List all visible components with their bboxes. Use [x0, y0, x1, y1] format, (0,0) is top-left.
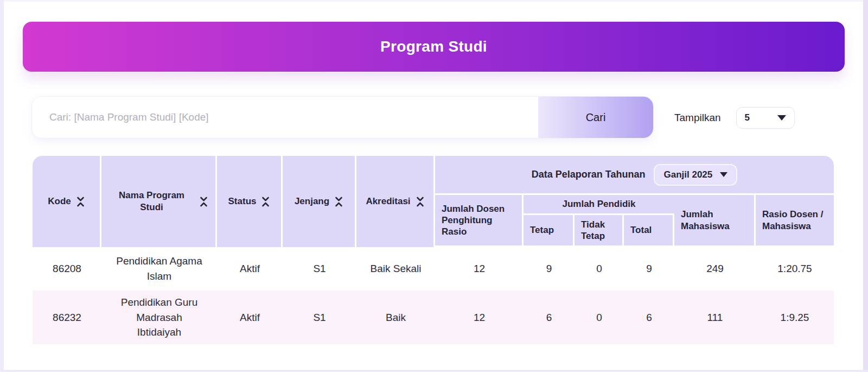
column-label: Jumlah Dosen Penghitung Rasio — [442, 203, 520, 238]
column-header-akreditasi[interactable]: Akreditasi — [356, 156, 435, 247]
cell-kode: 86232 — [33, 291, 101, 344]
page-size-value: 5 — [745, 112, 750, 123]
cell-tidak-tetap: 0 — [575, 247, 624, 291]
cell-jenjang: S1 — [283, 291, 356, 344]
column-header-kode[interactable]: Kode — [33, 156, 101, 247]
cell-jumlah-dosen: 12 — [435, 247, 524, 291]
sort-icon — [76, 196, 85, 207]
cell-kode: 86208 — [33, 247, 101, 291]
cell-total: 6 — [624, 291, 674, 344]
page-frame-bottom — [0, 370, 868, 372]
jumlah-pendidik-group-label: Jumlah Pendidik — [524, 195, 674, 215]
column-label: Jenjang — [295, 196, 329, 207]
sub-header-row: Jumlah Dosen Penghitung Rasio Jumlah Pen… — [435, 195, 834, 245]
column-header-jumlah-dosen-penghitung-rasio: Jumlah Dosen Penghitung Rasio — [435, 195, 524, 245]
cell-jumlah-dosen: 12 — [435, 291, 524, 344]
page-size-control: Tampilkan 5 — [674, 106, 795, 129]
page-header-banner: Program Studi — [23, 22, 845, 72]
table-row: 86232 Pendidikan Guru Madrasah Ibtidaiya… — [33, 291, 834, 344]
cell-akreditasi: Baik Sekali — [356, 247, 435, 291]
cell-akreditasi: Baik — [356, 291, 435, 344]
search-input[interactable] — [32, 97, 538, 138]
column-header-status[interactable]: Status — [217, 156, 283, 247]
column-header-jenjang[interactable]: Jenjang — [283, 156, 356, 247]
report-label: Data Pelaporan Tahunan — [532, 169, 646, 180]
page-size-select[interactable]: 5 — [736, 107, 795, 129]
page-frame-left — [0, 0, 4, 372]
jumlah-pendidik-group: Jumlah Pendidik Tetap Tidak Tetap Total — [524, 195, 674, 245]
column-header-tidak-tetap: Tidak Tetap — [575, 215, 624, 245]
sort-icon — [261, 196, 270, 207]
cell-status: Aktif — [217, 247, 283, 291]
cell-tetap: 9 — [524, 247, 575, 291]
column-label: Rasio Dosen / Mahasiswa — [762, 209, 832, 232]
cell-total: 9 — [624, 247, 674, 291]
sort-icon — [335, 196, 343, 207]
cell-status: Aktif — [217, 291, 283, 344]
table-header: Kode Nama Program Studi Status — [33, 156, 834, 247]
cell-rasio: 1:20.75 — [756, 247, 834, 291]
page-title: Program Studi — [380, 38, 487, 55]
column-header-total: Total — [624, 215, 674, 245]
column-header-tetap: Tetap — [524, 215, 575, 245]
column-label: Jumlah Mahasiswa — [681, 209, 752, 232]
table-row: 86208 Pendidikan Agama Islam Aktif S1 Ba… — [33, 247, 834, 291]
column-header-jumlah-mahasiswa: Jumlah Mahasiswa — [674, 195, 756, 245]
report-header-group: Data Pelaporan Tahunan Ganjil 2025 Jumla… — [435, 156, 834, 247]
column-label: Kode — [48, 196, 71, 207]
caret-down-icon — [777, 115, 786, 121]
column-label: Status — [228, 196, 257, 207]
cell-jumlah-mahasiswa: 111 — [674, 291, 756, 344]
caret-down-icon — [720, 172, 727, 177]
column-label: Total — [630, 224, 652, 236]
column-label: Nama Program Studi — [109, 190, 194, 213]
cell-nama: Pendidikan Agama Islam — [101, 247, 217, 291]
column-label: Akreditasi — [366, 196, 410, 207]
scrollbar-track[interactable] — [863, 0, 868, 372]
column-label: Tidak Tetap — [581, 219, 620, 242]
jumlah-pendidik-subcolumns: Tetap Tidak Tetap Total — [524, 215, 674, 245]
column-header-nama-program-studi[interactable]: Nama Program Studi — [101, 156, 217, 247]
program-studi-page: Program Studi Cari Tampilkan 5 Kode Nama… — [0, 0, 868, 372]
cell-tetap: 6 — [524, 291, 575, 344]
cell-jenjang: S1 — [283, 247, 356, 291]
cell-rasio: 1:9.25 — [756, 291, 834, 344]
cell-tidak-tetap: 0 — [575, 291, 624, 344]
report-period-header: Data Pelaporan Tahunan Ganjil 2025 — [435, 156, 834, 195]
sort-icon — [200, 196, 208, 207]
cell-nama: Pendidikan Guru Madrasah Ibtidaiyah — [101, 291, 217, 344]
page-size-label: Tampilkan — [674, 112, 721, 124]
cell-jumlah-mahasiswa: 249 — [674, 247, 756, 291]
sort-icon — [416, 196, 424, 207]
search-bar: Cari — [31, 96, 654, 138]
page-frame-top — [0, 0, 868, 2]
column-header-rasio-dosen-mahasiswa: Rasio Dosen / Mahasiswa — [756, 195, 834, 245]
search-button-label: Cari — [586, 111, 606, 123]
program-studi-table: Kode Nama Program Studi Status — [33, 156, 834, 344]
column-label: Tetap — [530, 224, 554, 236]
search-button[interactable]: Cari — [538, 97, 653, 138]
report-period-select[interactable]: Ganjil 2025 — [654, 164, 737, 186]
report-period-value: Ganjil 2025 — [663, 169, 712, 180]
